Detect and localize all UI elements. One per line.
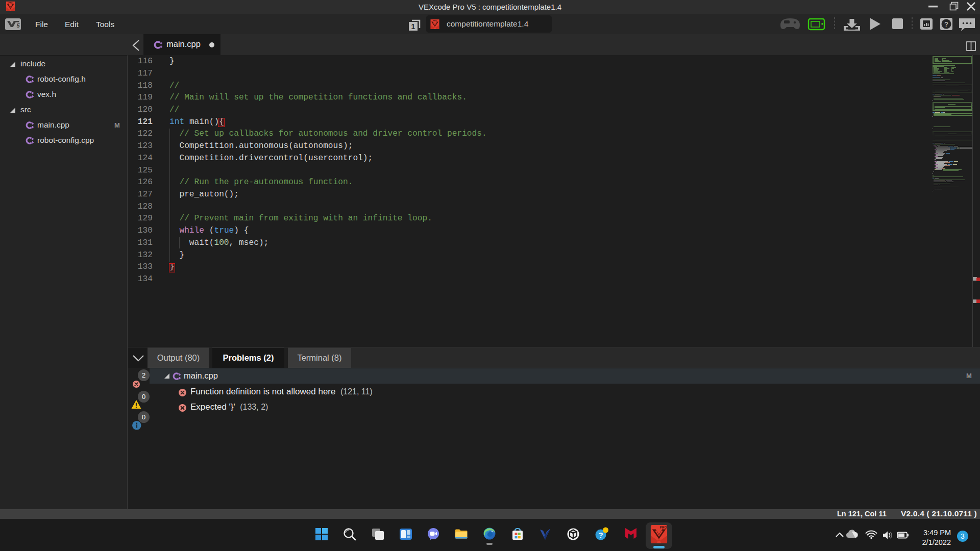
svg-text:PRO: PRO xyxy=(660,525,667,529)
svg-text:?: ? xyxy=(598,531,603,539)
svg-text:5: 5 xyxy=(17,22,20,29)
svg-text:1: 1 xyxy=(411,22,415,31)
svg-text:PRO: PRO xyxy=(433,20,437,22)
